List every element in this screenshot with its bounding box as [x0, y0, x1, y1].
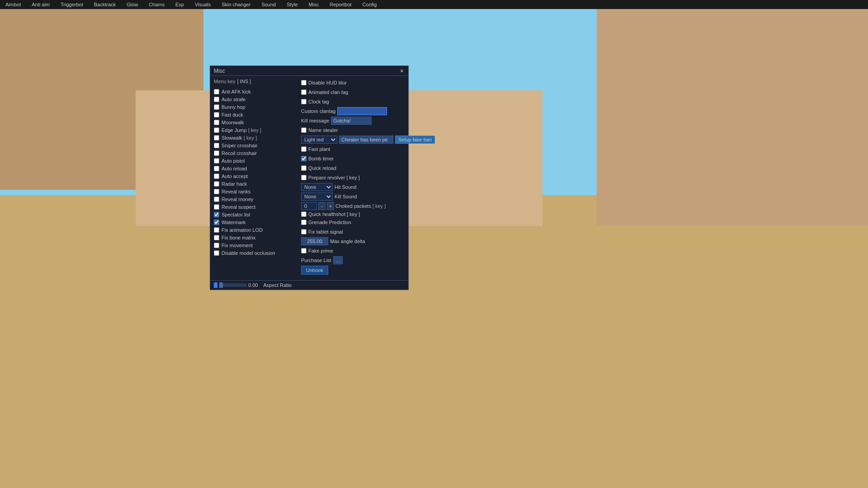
- disable-hud-blur-label[interactable]: Disable HUD blur: [308, 80, 347, 85]
- clock-tag-label[interactable]: Clock tag: [308, 99, 329, 104]
- spectator-list-checkbox[interactable]: [214, 212, 219, 217]
- watermark-label[interactable]: Watermark: [222, 220, 245, 225]
- reveal-money-label[interactable]: Reveal money: [222, 197, 253, 202]
- setup-fake-ban-button[interactable]: Setup fake ban: [395, 136, 435, 144]
- fake-prime-checkbox[interactable]: [301, 248, 307, 253]
- reveal-suspect-checkbox[interactable]: [214, 204, 219, 210]
- menu-item-sound[interactable]: Sound: [259, 1, 278, 8]
- auto-accept-checkbox[interactable]: [214, 174, 219, 179]
- quick-reload-label[interactable]: Quick reload: [308, 165, 336, 171]
- checkbox-disable-model-occlusion: Disable model occlusion: [214, 250, 297, 256]
- anti-afk-label[interactable]: Anti AFK kick: [222, 89, 251, 94]
- kill-message-input[interactable]: [331, 117, 372, 125]
- menu-item-skin-changer[interactable]: Skin changer: [220, 1, 252, 8]
- purchase-list-dots-button[interactable]: ...: [333, 256, 343, 264]
- menu-item-chams[interactable]: Chams: [147, 1, 166, 8]
- menu-item-anti-aim[interactable]: Anti aim: [30, 1, 52, 8]
- fix-animation-lod-checkbox[interactable]: [214, 227, 219, 233]
- fix-animation-lod-label[interactable]: Fix animation LOD: [222, 227, 263, 233]
- auto-accept-label[interactable]: Auto accept: [222, 174, 248, 179]
- quick-healthshot-checkbox[interactable]: [301, 211, 307, 217]
- quick-reload-checkbox[interactable]: [301, 165, 307, 171]
- fix-movement-label[interactable]: Fix movement: [222, 243, 253, 248]
- reveal-money-checkbox[interactable]: [214, 197, 219, 202]
- fast-duck-label[interactable]: Fast duck: [222, 112, 243, 117]
- prepare-revolver-checkbox[interactable]: [301, 175, 307, 180]
- auto-strafe-label[interactable]: Auto strafe: [222, 97, 245, 102]
- bomb-timer-label[interactable]: Bomb timer: [308, 156, 334, 161]
- quick-healthshot-label[interactable]: Quick healthshot [ key ]: [308, 211, 360, 217]
- bunny-hop-label[interactable]: Bunny hop: [222, 104, 245, 110]
- fast-plant-checkbox[interactable]: [301, 146, 307, 152]
- radar-hack-checkbox[interactable]: [214, 181, 219, 187]
- menu-item-aimbot[interactable]: Aimbot: [4, 1, 23, 8]
- menu-item-style[interactable]: Style: [285, 1, 299, 8]
- recoil-crosshair-label[interactable]: Recoil crosshair: [222, 150, 257, 156]
- fix-tablet-signal-checkbox[interactable]: [301, 229, 307, 235]
- reveal-ranks-label[interactable]: Reveal ranks: [222, 189, 250, 194]
- choked-packets-decrement[interactable]: -: [318, 202, 326, 210]
- menu-item-reportbot[interactable]: Reportbot: [328, 1, 353, 8]
- auto-pistol-checkbox[interactable]: [214, 158, 219, 164]
- bunny-hop-checkbox[interactable]: [214, 104, 219, 110]
- clock-tag-checkbox[interactable]: [301, 99, 307, 104]
- auto-pistol-label[interactable]: Auto pistol: [222, 158, 245, 164]
- slowwalk-label[interactable]: Slowwalk [ key ]: [222, 135, 257, 141]
- auto-reload-checkbox[interactable]: [214, 166, 219, 171]
- slowwalk-checkbox[interactable]: [214, 135, 219, 141]
- animated-clan-tag-checkbox[interactable]: [301, 89, 307, 95]
- menu-item-config[interactable]: Config: [361, 1, 379, 8]
- kill-sound-dropdown[interactable]: None Default Punch: [301, 192, 333, 201]
- menu-item-glow[interactable]: Glow: [125, 1, 140, 8]
- sniper-crosshair-checkbox[interactable]: [214, 143, 219, 148]
- grenade-prediction-checkbox[interactable]: [301, 220, 307, 225]
- disable-hud-blur-checkbox[interactable]: [301, 80, 307, 85]
- animated-clan-tag-label[interactable]: Animated clan tag: [308, 89, 348, 95]
- fix-movement-checkbox[interactable]: [214, 243, 219, 248]
- name-stealer-label[interactable]: Name stealer: [308, 127, 338, 133]
- disable-model-occlusion-checkbox[interactable]: [214, 250, 219, 256]
- auto-strafe-checkbox[interactable]: [214, 97, 219, 102]
- reveal-ranks-checkbox[interactable]: [214, 189, 219, 194]
- disable-model-occlusion-label[interactable]: Disable model occlusion: [222, 250, 275, 256]
- color-dropdown[interactable]: Light red None Red Blue: [301, 136, 337, 144]
- ban-message-input[interactable]: [339, 136, 393, 144]
- radar-hack-label[interactable]: Radar hack: [222, 181, 247, 187]
- aspect-ratio-slider[interactable]: [219, 283, 246, 287]
- moonwalk-label[interactable]: Moonwalk: [222, 120, 244, 125]
- menu-key-value[interactable]: [ INS ]: [237, 79, 251, 84]
- fix-bone-matrix-label[interactable]: Fix bone matrix: [222, 235, 255, 240]
- unhook-button[interactable]: Unhook: [301, 266, 328, 275]
- menu-item-triggerbot[interactable]: Triggerbot: [59, 1, 85, 8]
- reveal-suspect-label[interactable]: Reveal suspect: [222, 204, 255, 210]
- hit-sound-dropdown[interactable]: None Default Punch: [301, 183, 333, 191]
- auto-reload-label[interactable]: Auto reload: [222, 166, 247, 171]
- watermark-checkbox[interactable]: [214, 220, 219, 225]
- menu-item-backtrack[interactable]: Backtrack: [92, 1, 118, 8]
- menu-item-esp[interactable]: Esp: [174, 1, 186, 8]
- spectator-list-label[interactable]: Spectator list: [222, 212, 250, 217]
- menu-item-misc[interactable]: Misc: [307, 1, 321, 8]
- anti-afk-checkbox[interactable]: [214, 89, 219, 94]
- name-stealer-checkbox[interactable]: [301, 127, 307, 133]
- moonwalk-checkbox[interactable]: [214, 120, 219, 125]
- menu-item-visuals[interactable]: Visuals: [193, 1, 212, 8]
- fast-plant-label[interactable]: Fast plant: [308, 146, 330, 152]
- choked-packets-input[interactable]: [301, 202, 317, 210]
- fake-prime-label[interactable]: Fake prime: [308, 248, 333, 253]
- custom-clantag-input[interactable]: [337, 107, 387, 115]
- grenade-prediction-label[interactable]: Grenade Prediction: [308, 220, 351, 225]
- choked-packets-increment[interactable]: +: [327, 202, 334, 210]
- fix-bone-matrix-checkbox[interactable]: [214, 235, 219, 240]
- close-button[interactable]: ×: [399, 68, 405, 74]
- recoil-crosshair-checkbox[interactable]: [214, 150, 219, 156]
- sniper-crosshair-label[interactable]: Sniper crosshair: [222, 143, 257, 148]
- max-angle-delta-input[interactable]: [301, 237, 328, 245]
- fix-tablet-signal-label[interactable]: Fix tablet signal: [308, 229, 343, 235]
- edge-jump-label[interactable]: Edge Jump [ key ]: [222, 127, 261, 133]
- bomb-timer-checkbox-group: Bomb timer: [301, 156, 334, 161]
- bomb-timer-checkbox[interactable]: [301, 156, 307, 161]
- fast-duck-checkbox[interactable]: [214, 112, 219, 117]
- edge-jump-checkbox[interactable]: [214, 127, 219, 133]
- prepare-revolver-label[interactable]: Prepare revolver [ key ]: [308, 175, 360, 180]
